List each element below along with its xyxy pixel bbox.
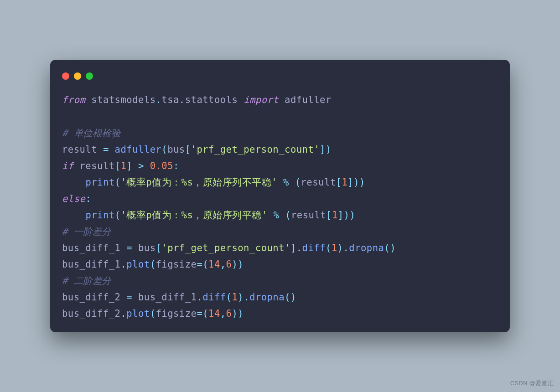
code-token: . (244, 292, 249, 303)
code-token: 1 (332, 242, 337, 253)
code-token: result (62, 144, 97, 155)
code-token: tsa (161, 94, 179, 105)
code-token: adfuller (115, 144, 162, 155)
code-token: , (220, 259, 226, 270)
code-token: ( (326, 242, 332, 253)
code-token: ) (337, 242, 343, 253)
code-token (120, 242, 126, 253)
code-token: [ (185, 144, 191, 155)
code-token: ) (349, 210, 355, 221)
code-token: # 单位根检验 (62, 128, 120, 139)
code-token: # 一阶差分 (62, 226, 111, 237)
code-token: bus_diff_2 (62, 292, 120, 303)
code-token: plot (126, 308, 150, 319)
code-token: ] (320, 144, 326, 155)
code-token: = (126, 292, 132, 303)
zoom-icon (86, 72, 93, 80)
code-token: = (197, 308, 202, 319)
code-token: from (62, 94, 85, 105)
code-token: '概率p值为：%s，原始序列平稳' (120, 210, 267, 221)
code-token (62, 177, 85, 188)
code-token: ) (232, 259, 238, 270)
code-token: [ (326, 210, 332, 221)
code-token (85, 94, 91, 105)
code-token: % (274, 210, 280, 221)
code-token: stattools (185, 94, 238, 105)
watermark: CSDN @爱雅汇 (510, 379, 554, 387)
code-token: > (138, 160, 144, 171)
code-token (97, 144, 103, 155)
code-token: , (220, 308, 226, 319)
code-token: . (197, 292, 202, 303)
code-token: 6 (226, 308, 232, 319)
code-token: '概率p值为：%s，原始序列不平稳' (120, 177, 277, 188)
code-token (120, 292, 126, 303)
code-token (132, 160, 138, 171)
code-block: from statsmodels.tsa.stattools import ad… (50, 92, 510, 322)
code-token: 14 (208, 259, 220, 270)
code-token: bus (138, 242, 156, 253)
code-token: ) (238, 292, 244, 303)
code-token: # 二阶差分 (62, 275, 111, 286)
code-token: ( (115, 177, 121, 188)
code-token: dropna (349, 242, 384, 253)
code-token: : (173, 160, 179, 171)
code-token: [ (336, 177, 342, 188)
code-token: ) (359, 177, 365, 188)
code-token: dropna (249, 292, 285, 303)
code-token: result (301, 177, 336, 188)
code-token: ) (326, 144, 332, 155)
minimize-icon (74, 72, 81, 80)
code-token: bus_diff_2 (62, 308, 120, 319)
code-token (268, 210, 274, 221)
code-token (279, 94, 285, 105)
code-token: ( (202, 308, 208, 319)
code-token (109, 144, 115, 155)
code-token (62, 210, 85, 221)
code-token: 1 (342, 177, 347, 188)
code-token: . (156, 94, 161, 105)
code-token: bus (167, 144, 185, 155)
code-token: % (283, 177, 289, 188)
code-token: adfuller (285, 94, 332, 105)
code-token: 14 (208, 308, 220, 319)
code-token: ( (202, 259, 208, 270)
code-token (238, 94, 244, 105)
code-token (132, 242, 138, 253)
code-token: import (244, 94, 279, 105)
code-token: 0.05 (150, 160, 173, 171)
code-token: . (179, 94, 185, 105)
code-token (132, 292, 138, 303)
code-token: if (62, 160, 74, 171)
code-token: else (62, 193, 85, 204)
code-token: bus_diff_1 (138, 292, 197, 303)
code-token: ) (290, 292, 296, 303)
code-token: statsmodels (91, 94, 156, 105)
code-token: ) (344, 210, 350, 221)
close-icon (62, 72, 69, 80)
code-token: result (291, 210, 326, 221)
code-token: ) (232, 308, 238, 319)
code-token: ) (353, 177, 359, 188)
code-token: ( (384, 242, 390, 253)
code-token: . (120, 259, 126, 270)
traffic-lights (50, 70, 510, 92)
code-token: [ (115, 160, 121, 171)
code-token: 6 (226, 259, 232, 270)
code-token: ( (161, 144, 167, 155)
code-token: diff (202, 292, 226, 303)
code-token: ( (115, 210, 121, 221)
code-token: ( (295, 177, 301, 188)
code-token: 1 (120, 160, 126, 171)
code-token: = (103, 144, 109, 155)
code-token: bus_diff_1 (62, 259, 120, 270)
code-token: 'prf_get_person_count' (161, 242, 290, 253)
code-token: = (197, 259, 202, 270)
code-token: : (85, 193, 91, 204)
code-token: [ (156, 242, 161, 253)
code-token: ( (285, 292, 290, 303)
code-token: ] (290, 242, 296, 253)
code-token: 'prf_get_person_count' (191, 144, 320, 155)
code-token: = (126, 242, 132, 253)
code-token (277, 177, 283, 188)
